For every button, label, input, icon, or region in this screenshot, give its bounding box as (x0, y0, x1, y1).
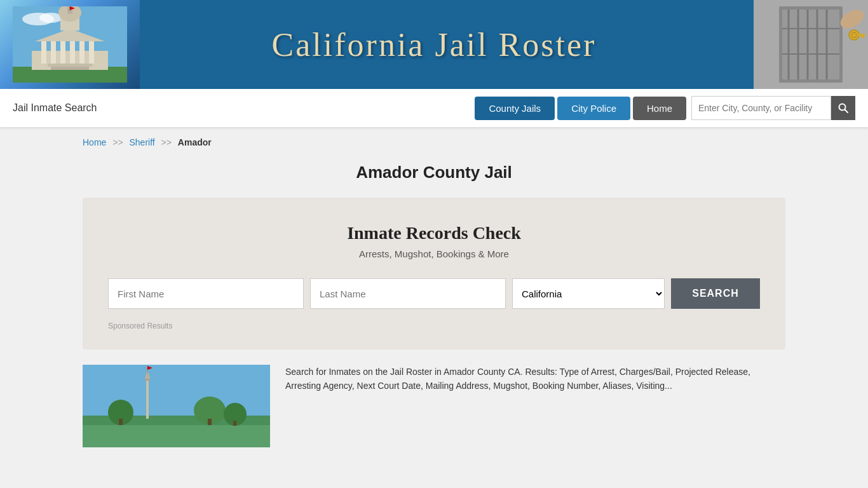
breadcrumb-current: Amador (178, 137, 212, 147)
svg-rect-8 (51, 41, 56, 64)
svg-rect-9 (60, 41, 65, 64)
bottom-section: Search for Inmates on the Jail Roster in… (83, 365, 785, 447)
svg-rect-48 (208, 419, 212, 425)
sponsored-label: Sponsored Results (108, 322, 760, 330)
search-button[interactable]: SEARCH (671, 278, 760, 309)
nav-bar: Jail Inmate Search County Jails City Pol… (0, 89, 868, 127)
home-button[interactable]: Home (633, 97, 686, 120)
state-select[interactable]: AlabamaAlaskaArizonaArkansasCaliforniaCo… (512, 278, 665, 309)
svg-rect-46 (119, 419, 123, 425)
search-row: AlabamaAlaskaArizonaArkansasCaliforniaCo… (108, 278, 760, 309)
svg-rect-42 (145, 379, 150, 381)
page-title: Amador County Jail (0, 163, 868, 182)
svg-rect-50 (233, 421, 236, 426)
inmate-search-section: Inmate Records Check Arrests, Mugshot, B… (83, 198, 785, 349)
breadcrumb-sep-1: >> (112, 137, 123, 147)
svg-rect-10 (70, 41, 75, 64)
svg-rect-21 (782, 10, 839, 79)
svg-rect-40 (146, 377, 149, 419)
search-icon (838, 103, 848, 113)
banner-left-image (0, 0, 140, 89)
nav-search-input[interactable] (691, 96, 831, 120)
city-police-button[interactable]: City Police (557, 97, 630, 120)
nav-buttons: County Jails City Police Home (475, 97, 686, 120)
first-name-input[interactable] (108, 278, 304, 309)
bottom-image-inner (83, 365, 270, 447)
svg-rect-5 (48, 64, 92, 67)
banner-title: California Jail Roster (140, 26, 728, 64)
bottom-image (83, 365, 270, 447)
svg-rect-11 (79, 41, 85, 64)
svg-rect-7 (41, 41, 46, 64)
breadcrumb-sheriff[interactable]: Sheriff (130, 137, 155, 147)
search-section-title: Inmate Records Check (108, 223, 760, 243)
svg-rect-12 (89, 41, 94, 64)
banner-right-image (754, 0, 868, 89)
svg-rect-17 (69, 6, 70, 11)
breadcrumb-sep-2: >> (161, 137, 172, 147)
county-jails-button[interactable]: County Jails (475, 97, 555, 120)
svg-rect-6 (51, 67, 89, 70)
nav-search-wrap (691, 96, 855, 120)
breadcrumb: Home >> Sheriff >> Amador (0, 127, 868, 158)
svg-rect-34 (859, 34, 861, 37)
nav-brand: Jail Inmate Search (13, 102, 475, 114)
search-section-subtitle: Arrests, Mugshot, Bookings & More (108, 248, 760, 259)
nav-search-button[interactable] (831, 96, 855, 120)
bottom-description: Search for Inmates on the Jail Roster in… (285, 365, 785, 447)
banner: California Jail Roster (0, 0, 868, 89)
last-name-input[interactable] (310, 278, 506, 309)
svg-rect-38 (83, 422, 270, 447)
svg-line-36 (845, 110, 848, 113)
breadcrumb-home[interactable]: Home (83, 137, 106, 147)
svg-rect-33 (862, 36, 864, 38)
